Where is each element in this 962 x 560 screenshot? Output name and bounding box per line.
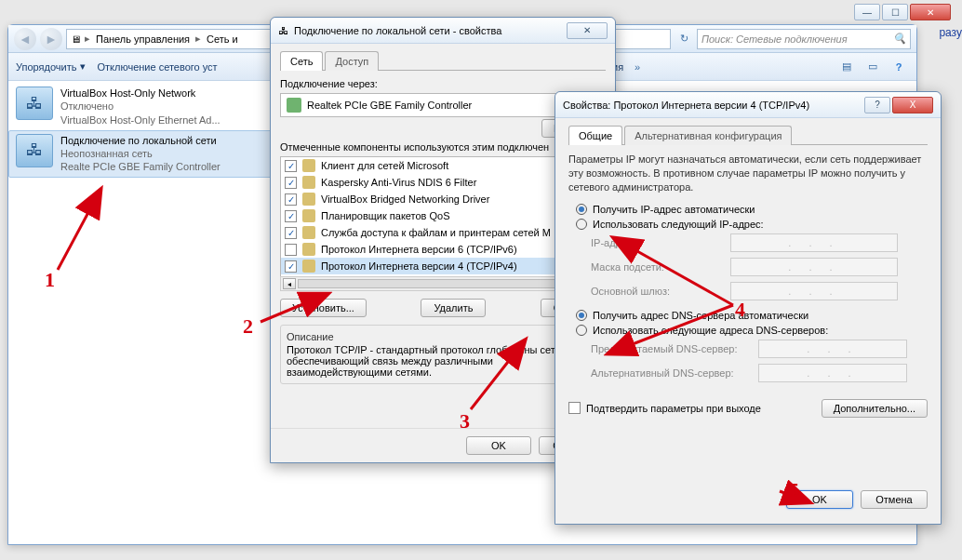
- dns-auto-radio[interactable]: Получить адрес DNS-сервера автоматически: [576, 310, 928, 321]
- info-text: Параметры IP могут назначаться автоматич…: [568, 153, 928, 194]
- maximize-button[interactable]: ☐: [882, 4, 908, 20]
- component-icon: [302, 243, 315, 256]
- tab-alt-config[interactable]: Альтернативная конфигурация: [624, 126, 792, 145]
- install-button[interactable]: Установить...: [280, 299, 367, 317]
- cancel-button[interactable]: Отмена: [861, 490, 928, 509]
- tab-bar: Общие Альтернативная конфигурация: [568, 126, 928, 145]
- checkbox-label: Подтвердить параметры при выходе: [586, 403, 761, 414]
- view-icon[interactable]: ▤: [836, 59, 857, 75]
- refresh-icon[interactable]: ↻: [675, 33, 693, 45]
- tab-bar: Сеть Доступ: [280, 51, 606, 71]
- search-input[interactable]: Поиск: Сетевые подключения 🔍: [697, 29, 911, 49]
- close-icon[interactable]: ✕: [567, 22, 608, 39]
- component-icon: [302, 209, 315, 222]
- dialog-title-bar[interactable]: Свойства: Протокол Интернета версии 4 (T…: [555, 92, 941, 118]
- close-button[interactable]: ✕: [910, 4, 951, 20]
- connection-title: VirtualBox Host-Only Network: [60, 87, 220, 100]
- scroll-thumb[interactable]: [298, 279, 588, 288]
- help-icon[interactable]: ?: [889, 59, 909, 75]
- checkbox[interactable]: ✓: [285, 160, 297, 172]
- dialog-title: Подключение по локальной сети - свойства: [294, 25, 561, 36]
- dialog-title: Свойства: Протокол Интернета версии 4 (T…: [563, 100, 859, 111]
- dns1-label: Предпочитаемый DNS-сервер:: [591, 343, 758, 354]
- radio-label: Получить адрес DNS-сервера автоматически: [593, 310, 808, 321]
- component-icon: [302, 176, 315, 189]
- radio-icon: [576, 310, 587, 321]
- disable-device-button[interactable]: Отключение сетевого уст: [97, 61, 217, 73]
- component-icon: [302, 159, 315, 172]
- connect-via-label: Подключение через:: [280, 78, 606, 89]
- component-label: Протокол Интернета версии 6 (TCP/IPv6): [321, 244, 517, 255]
- confirm-on-exit-checkbox[interactable]: Подтвердить параметры при выходе Дополни…: [568, 399, 928, 418]
- component-icon: [302, 193, 315, 206]
- ok-button[interactable]: OK: [466, 436, 531, 455]
- description-title: Описание: [287, 331, 599, 342]
- dns-manual-radio[interactable]: Использовать следующие адреса DNS-сервер…: [576, 325, 928, 336]
- checkbox[interactable]: ✓: [285, 210, 297, 222]
- nav-forward-button[interactable]: ►: [40, 28, 62, 50]
- radio-icon: [576, 219, 587, 230]
- minimize-button[interactable]: —: [854, 4, 880, 20]
- scroll-left-icon[interactable]: ◂: [283, 278, 296, 289]
- dns2-label: Альтернативный DNS-сервер:: [591, 367, 758, 379]
- annotation-marker-4: 4: [735, 298, 745, 322]
- tab-general[interactable]: Общие: [568, 126, 622, 145]
- dialog-body: Общие Альтернативная конфигурация Параме…: [555, 118, 941, 425]
- radio-icon: [576, 204, 587, 215]
- ip-auto-radio[interactable]: Получить IP-адрес автоматически: [576, 204, 928, 215]
- radio-label: Использовать следующие адреса DNS-сервер…: [593, 325, 828, 336]
- dialog-title-bar[interactable]: 🖧 Подключение по локальной сети - свойст…: [271, 18, 615, 44]
- help-button[interactable]: ?: [864, 97, 890, 113]
- checkbox[interactable]: ✓: [285, 177, 297, 189]
- chevron-right-icon: ▸: [85, 33, 90, 45]
- dialog-footer: OK Отмена: [555, 483, 941, 516]
- radio-label: Получить IP-адрес автоматически: [593, 204, 755, 215]
- checkbox[interactable]: ✓: [285, 193, 297, 206]
- remove-button[interactable]: Удалить: [421, 299, 486, 317]
- network-adapter-icon: 🖧: [16, 87, 53, 120]
- adapter-icon: [287, 98, 301, 113]
- ip-manual-radio[interactable]: Использовать следующий IP-адрес:: [576, 219, 928, 230]
- nav-back-button[interactable]: ◄: [14, 28, 36, 50]
- crumb-control-panel[interactable]: Панель управления: [94, 33, 192, 45]
- dns1-input: . . .: [758, 340, 907, 358]
- dns2-input: . . .: [758, 364, 907, 382]
- advanced-button[interactable]: Дополнительно...: [822, 399, 928, 418]
- ip-label: IP-адрес:: [591, 237, 730, 248]
- checkbox[interactable]: ✓: [285, 227, 297, 239]
- toolbar-right: ▤ ▭ ?: [836, 59, 909, 75]
- radio-icon: [576, 325, 587, 336]
- annotation-marker-1: 1: [45, 268, 55, 292]
- chevron-right-icon[interactable]: »: [635, 61, 640, 73]
- connection-status: Отключено: [60, 100, 220, 113]
- annotation-marker-2: 2: [243, 314, 253, 339]
- close-button[interactable]: X: [892, 97, 933, 113]
- outer-window-controls: — ☐ ✕: [854, 4, 951, 20]
- ipv4-properties-dialog: Свойства: Протокол Интернета версии 4 (T…: [554, 91, 942, 525]
- monitor-icon: 🖥: [71, 33, 81, 45]
- connection-status: Неопознанная сеть: [60, 147, 220, 160]
- connection-device: VirtualBox Host-Only Ethernet Ad...: [60, 113, 220, 127]
- crumb-network[interactable]: Сеть и: [205, 33, 240, 45]
- checkbox[interactable]: ✓: [285, 260, 297, 273]
- tab-network[interactable]: Сеть: [280, 51, 323, 71]
- preview-icon[interactable]: ▭: [862, 59, 883, 75]
- component-icon: [302, 260, 315, 273]
- component-label: Клиент для сетей Microsoft: [321, 160, 448, 171]
- connection-title: Подключение по локальной сети: [60, 134, 220, 147]
- component-label: Протокол Интернета версии 4 (TCP/IPv4): [321, 260, 517, 272]
- description-text: Протокол TCP/IP - стандартный протокол г…: [287, 344, 599, 378]
- chevron-right-icon: ▸: [195, 33, 201, 45]
- component-label: VirtualBox Bridged Networking Driver: [321, 193, 489, 205]
- organize-menu[interactable]: Упорядочить ▾: [16, 60, 86, 73]
- gateway-label: Основной шлюз:: [591, 286, 730, 297]
- checkbox[interactable]: [568, 402, 581, 414]
- component-icon: [302, 226, 315, 239]
- network-adapter-icon: 🖧: [16, 134, 53, 167]
- checkbox[interactable]: [285, 244, 297, 256]
- component-label: Планировщик пакетов QoS: [321, 210, 450, 221]
- component-label: Kaspersky Anti-Virus NDIS 6 Filter: [321, 177, 476, 188]
- adapter-name: Realtek PCIe GBE Family Controller: [307, 100, 472, 111]
- tab-access[interactable]: Доступ: [325, 51, 379, 71]
- annotation-marker-3: 3: [460, 409, 470, 433]
